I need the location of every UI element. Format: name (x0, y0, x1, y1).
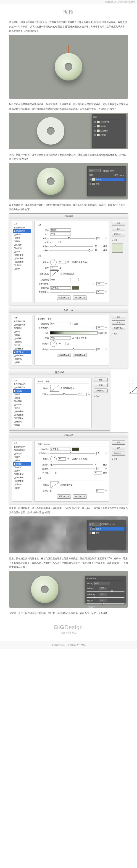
newstyle-button[interactable]: 新建样式... (112, 232, 125, 237)
sop-slider[interactable] (50, 292, 95, 292)
hue-input[interactable]: +106 (99, 587, 107, 590)
layer-style-dialog-innershadow[interactable]: 图层样式 样式 混合选项:默认 斜面和浮雕 等高线 纹理 描边 内阴影 内发光 … (9, 433, 128, 504)
opt-color[interactable]: 颜色叠加 (13, 253, 31, 257)
grad-blend-select[interactable]: 正常 (50, 322, 71, 326)
is-size-slider[interactable] (50, 473, 93, 473)
is-size-input[interactable]: 15 (94, 471, 102, 474)
antialias-check[interactable]: ☑ 消除锯齿(L) (60, 273, 74, 275)
is-angle-input[interactable]: 90 (58, 457, 66, 461)
size-input[interactable]: 13 (94, 245, 102, 248)
layer-style-dialog-gradient[interactable]: 图层样式 样式 混合选项:默认 斜面和浮雕 等高线 纹理 描边 内阴影 内发光 … (9, 307, 128, 368)
is-noise-input[interactable]: 0 (97, 489, 104, 493)
grad-op-slider[interactable] (50, 328, 95, 328)
contour-anti-check[interactable]: ☑ 消除锯齿(L) (60, 387, 74, 390)
is-dist-slider[interactable] (50, 464, 93, 465)
hsl-panel[interactable]: 色相/饱和度 预设(E):自定 色相(H):+106 饱和度(A):-69 明度… (85, 576, 126, 603)
soft-slider[interactable] (50, 250, 93, 251)
grad-scale-slider[interactable] (50, 349, 95, 350)
dir-up-radio[interactable]: ● 上 (50, 241, 54, 244)
soft-input[interactable]: 16 (94, 249, 102, 252)
default-button[interactable]: 复位为默认值 (73, 296, 87, 300)
opt-bevel[interactable]: 斜面和浮雕 (13, 229, 31, 233)
gloss-contour[interactable] (50, 271, 59, 277)
opt-satin[interactable]: 光泽 (13, 250, 31, 253)
angle-dial[interactable] (50, 259, 57, 266)
signature: BIGDesign 缓橱 初学者 作品 (9, 617, 128, 637)
alt-input[interactable]: 70 (50, 266, 58, 270)
size-slider[interactable] (50, 246, 93, 247)
range-input[interactable]: 50 (79, 393, 86, 396)
layers-panel[interactable]: 图层 斜面和浮雕 等高线 渐变叠加 内阴影 (92, 115, 126, 148)
is-dist-input[interactable]: 1 (94, 463, 102, 466)
layer-style-dialog-bevel[interactable]: 图层样式 样式 混合选项:默认 斜面和浮雕 等高线 纹理 描边 内阴影 内发光 … (9, 213, 128, 305)
is-choke-input[interactable]: 25 (97, 467, 104, 470)
opt-contour[interactable]: 等高线 (13, 233, 31, 236)
is-op-input[interactable]: 45 (97, 452, 104, 455)
clouds-layers-panel[interactable]: 正常不透明度:100% 图层 1 背景 (87, 520, 126, 550)
grad-op-input[interactable]: 100 (97, 326, 104, 330)
preview-check[interactable]: ☑ 预览 (112, 239, 125, 241)
opt-iglow[interactable]: 内发光 (13, 246, 31, 250)
reset-button[interactable]: 设置为默认值 (57, 296, 71, 300)
grad-angle-dial[interactable] (50, 340, 57, 347)
align-check[interactable]: ☑ 与图层对齐(I) (72, 337, 86, 340)
grad-style-select[interactable]: 线性 (50, 336, 71, 340)
is-noise-slider[interactable] (50, 491, 95, 491)
ok-button[interactable]: 确定 (112, 221, 125, 225)
is-global-check[interactable]: ☑ 使用全局光(G) (72, 458, 88, 461)
range-slider[interactable] (50, 394, 77, 395)
style-select[interactable]: 内斜面 (50, 228, 71, 231)
opt-ishadow[interactable]: 内阴影 (13, 243, 31, 246)
light-slider[interactable] (86, 603, 125, 604)
sat-slider[interactable] (86, 597, 125, 598)
hcolor-swatch[interactable] (72, 278, 79, 281)
dir-down-radio[interactable]: ○ 下 (58, 241, 61, 244)
depth-slider[interactable] (50, 238, 95, 239)
layer-styles-panel[interactable]: 正常不透明度:100% 锁定:填充:100% 椭圆 1 背景 (87, 166, 126, 196)
hop-slider[interactable] (50, 284, 95, 284)
opt-drop[interactable]: 投影 (13, 267, 31, 271)
cancel-button[interactable]: 取消 (112, 227, 125, 231)
hsl-preset-select[interactable]: 自定 (94, 582, 110, 585)
angle-input[interactable]: 90 (58, 260, 66, 264)
sat-input[interactable]: -69 (99, 593, 107, 596)
opt-oglow[interactable]: 外发光 (13, 264, 31, 267)
hop-input[interactable]: 100 (97, 282, 104, 285)
opt-texture[interactable]: 纹理 (13, 236, 31, 240)
opt-grad[interactable]: 渐变叠加 (13, 257, 31, 260)
reverse-check[interactable]: □ 反向(R) (99, 332, 107, 335)
hmode-select[interactable]: 滤色 (50, 278, 71, 281)
hue-slider[interactable] (86, 591, 125, 592)
sop-input[interactable]: 26 (97, 290, 104, 294)
layer-style-dialog-contour[interactable]: 图层样式 样式 混合选项:默认 斜面和浮雕 等高线 纹理 描边 内阴影 内发光 … (9, 370, 110, 431)
style-list-2[interactable]: 样式 混合选项:默认 斜面和浮雕 等高线 纹理 描边 内阴影 内发光 光泽 颜色… (12, 315, 32, 366)
style-list[interactable]: 样式 混合选项:默认 斜面和浮雕 等高线 纹理 描边 内阴影 内发光 光泽 颜色… (12, 221, 32, 303)
demo-styled-ring: 正常不透明度:100% 锁定:填充:100% 椭圆 1 背景 (9, 163, 128, 199)
opt-header: 样式 (13, 222, 31, 226)
depth-input[interactable]: 311 (97, 237, 104, 240)
method-select[interactable]: 平滑 (50, 232, 71, 236)
grad-scale-input[interactable]: 100 (97, 348, 104, 351)
grad-angle-input[interactable]: 90 (58, 342, 66, 345)
dither-check[interactable]: □ 仿色 (72, 322, 78, 326)
colorize-check[interactable]: ☑ 着色(O) (87, 606, 95, 608)
contour-editor[interactable] (50, 385, 59, 392)
smode-select[interactable]: 正片叠底 (50, 286, 71, 289)
opt-blend[interactable]: 混合选项:默认 (13, 226, 31, 229)
is-blend-select[interactable]: 正片叠底 (50, 447, 71, 451)
is-color-swatch[interactable] (72, 447, 79, 451)
opt-stroke[interactable]: 描边 (13, 240, 31, 243)
is-contour[interactable] (50, 482, 59, 488)
global-light-check[interactable]: ☑ 使用全局光(G) (72, 261, 88, 264)
is-anti-check[interactable]: □ 消除锯齿(L) (60, 484, 73, 487)
is-op-slider[interactable] (50, 453, 95, 454)
is-choke-slider[interactable] (50, 469, 95, 469)
is-angle-dial[interactable] (50, 456, 57, 462)
opt-pattern[interactable]: 图案叠加 (13, 260, 31, 264)
footer-bar: 觉得还好的话，就跟你帖点个赞吧 (0, 641, 137, 649)
gradient-swatch[interactable] (50, 331, 98, 335)
scolor-swatch[interactable] (72, 286, 79, 289)
para-6: 最后涉及色相的复制到画布上，栅格化图层后去除多余使用剪贴蒙版，并使用“颜色加深”… (9, 556, 128, 569)
final-ring (31, 576, 58, 603)
light-input[interactable]: -16 (99, 599, 107, 602)
